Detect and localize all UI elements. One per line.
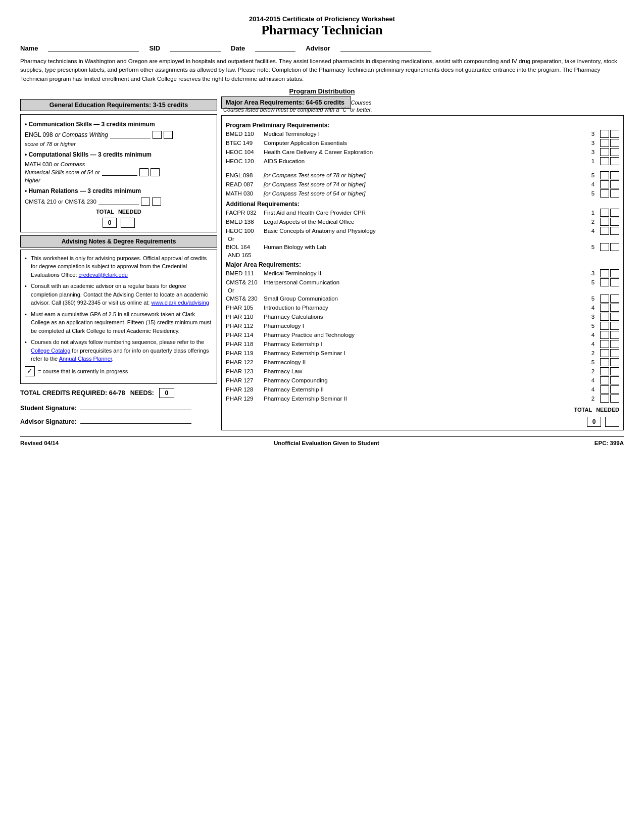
phar127-box1[interactable]	[600, 376, 609, 384]
engl-code: ENGL 098	[25, 131, 53, 138]
facpr032-box2[interactable]	[610, 209, 619, 217]
heoc120-box1[interactable]	[600, 157, 609, 165]
phar129-box2[interactable]	[610, 395, 619, 403]
heoc120-box2[interactable]	[610, 157, 619, 165]
advising-bullet-1: This worksheet is only for advising purp…	[25, 254, 213, 279]
engl-box1[interactable]	[153, 131, 162, 139]
phar105-box1[interactable]	[600, 304, 609, 312]
right-needed-box[interactable]	[605, 417, 619, 427]
phar114-box2[interactable]	[610, 331, 619, 339]
heoc104-box2[interactable]	[610, 148, 619, 156]
math-code: MATH 030	[25, 161, 52, 167]
math030-box1[interactable]	[600, 189, 609, 198]
phar128-box2[interactable]	[610, 385, 619, 394]
read087-box2[interactable]	[610, 180, 619, 188]
credeval-link[interactable]: credeval@clark.edu	[79, 272, 128, 278]
math-score-field[interactable]	[102, 169, 137, 176]
cmst-box2[interactable]	[152, 198, 161, 206]
student-sig-field[interactable]	[80, 402, 191, 410]
advisor-signature-row: Advisor Signature:	[20, 416, 217, 425]
math030-box2[interactable]	[610, 189, 619, 198]
college-catalog-link[interactable]: College Catalog	[31, 348, 70, 354]
phar119-box1[interactable]	[600, 349, 609, 357]
phar118-box2[interactable]	[610, 340, 619, 348]
date-field[interactable]	[255, 44, 295, 52]
bmed138-box1[interactable]	[600, 218, 609, 226]
btec149-box1[interactable]	[600, 139, 609, 147]
phar112-box2[interactable]	[610, 322, 619, 330]
page-header: 2014-2015 Certificate of Proficiency Wor…	[20, 15, 624, 38]
or-text-1: Or	[228, 236, 619, 242]
biol164-box1[interactable]	[600, 243, 609, 251]
phar119-box2[interactable]	[610, 349, 619, 357]
advising-bullet-4: Courses do not always follow numbering s…	[25, 338, 213, 363]
course-read087: READ 087 [or Compass Test score of 74 or…	[226, 180, 619, 188]
math-box2[interactable]	[151, 168, 160, 176]
phar123-box1[interactable]	[600, 367, 609, 375]
phar129-box1[interactable]	[600, 395, 609, 403]
needed-box[interactable]	[121, 218, 135, 228]
bmed111-box1[interactable]	[600, 269, 609, 277]
cmst-field[interactable]	[98, 198, 139, 205]
bmed138-box2[interactable]	[610, 218, 619, 226]
course-bmed111: BMED 111 Medical Terminology II 3	[226, 269, 619, 277]
heoc100-box1[interactable]	[600, 227, 609, 235]
engl098-box2[interactable]	[610, 171, 619, 179]
phar122-box1[interactable]	[600, 358, 609, 366]
course-facpr032: FACPR 032 First Aid and Health Care Prov…	[226, 209, 619, 217]
math-box1[interactable]	[139, 168, 148, 176]
phar105-box2[interactable]	[610, 304, 619, 312]
heoc100-box2[interactable]	[610, 227, 619, 235]
heoc104-box1[interactable]	[600, 148, 609, 156]
phar127-box2[interactable]	[610, 376, 619, 384]
name-row: Name SID Date Advisor	[20, 44, 624, 52]
cmst-row: CMST& 210 or CMST& 230	[25, 198, 213, 206]
bmed110-box1[interactable]	[600, 130, 609, 138]
math-score-label: Numerical Skills score of 54 or	[25, 169, 100, 175]
cmst230-box2[interactable]	[610, 295, 619, 303]
advising-bullet-2: Consult with an academic advisor on a re…	[25, 282, 213, 307]
advising-bullet-3: Must earn a cumulative GPA of 2.5 in all…	[25, 310, 213, 335]
in-progress-line: ✓ = course that is currently in-progress	[25, 366, 213, 376]
read087-box1[interactable]	[600, 180, 609, 188]
right-total-value: 0	[587, 417, 601, 427]
sid-field[interactable]	[170, 44, 221, 52]
advisor-sig-label: Advisor Signature:	[20, 418, 77, 425]
cmst-box1[interactable]	[141, 198, 150, 206]
facpr032-box1[interactable]	[600, 209, 609, 217]
phar110-box1[interactable]	[600, 313, 609, 321]
phar114-box1[interactable]	[600, 331, 609, 339]
annual-planner-link[interactable]: Annual Class Planner	[59, 356, 112, 362]
phar123-box2[interactable]	[610, 367, 619, 375]
advising-box: This worksheet is only for advising purp…	[20, 250, 217, 384]
phar118-box1[interactable]	[600, 340, 609, 348]
total-credits-row: TOTAL CREDITS REQUIRED: 64-78 NEEDS: 0	[20, 388, 217, 398]
bmed110-box2[interactable]	[610, 130, 619, 138]
phar122-box2[interactable]	[610, 358, 619, 366]
cmst210-box1[interactable]	[600, 278, 609, 286]
phar110-box2[interactable]	[610, 313, 619, 321]
sid-label: SID	[149, 44, 160, 52]
cmst230-box1[interactable]	[600, 295, 609, 303]
total-credits-label: TOTAL CREDITS REQUIRED: 64-78	[20, 389, 125, 397]
btec149-box2[interactable]	[610, 139, 619, 147]
biol164-box2[interactable]	[610, 243, 619, 251]
advisor-sig-field[interactable]	[80, 416, 191, 424]
engl-score-label: score of 78 or higher	[25, 141, 213, 147]
needs-value[interactable]: 0	[159, 388, 174, 398]
cmst210-box2[interactable]	[610, 278, 619, 286]
phar112-box1[interactable]	[600, 322, 609, 330]
advisor-field[interactable]	[340, 44, 431, 52]
advising-link[interactable]: www.clark.edu/advising	[151, 300, 209, 306]
bmed111-box2[interactable]	[610, 269, 619, 277]
engl-score-field[interactable]	[110, 131, 151, 138]
engl-box2[interactable]	[164, 131, 173, 139]
course-phar127: PHAR 127 Pharmacy Compounding 4	[226, 376, 619, 384]
left-column: General Education Requirements: 3-15 cre…	[20, 99, 217, 429]
phar128-box1[interactable]	[600, 385, 609, 394]
engl098-box1[interactable]	[600, 171, 609, 179]
math-higher-label: higher	[25, 177, 213, 183]
name-field[interactable]	[48, 44, 139, 52]
human-rel-bullet: • Human Relations — 3 credits minimum	[25, 187, 213, 194]
major-header-area: Major Area Requirements: 64-65 credits C…	[221, 99, 624, 113]
